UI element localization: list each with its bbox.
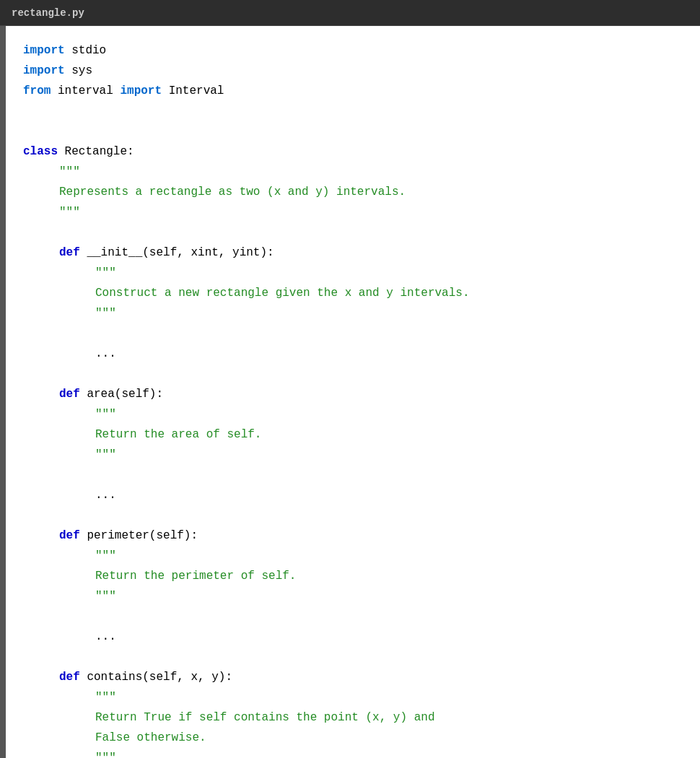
token: Interval [162,81,224,101]
code-line: """ [9,748,700,758]
token: def [59,526,80,546]
token: """ [95,445,116,465]
token: ... [95,627,116,647]
code-line: False otherwise. [9,728,700,748]
code-line: import stdio [9,40,700,61]
token: """ [59,162,80,182]
code-line [9,465,700,485]
code-line: class Rectangle: [9,141,700,162]
code-line: Represents a rectangle as two (x and y) … [9,182,700,202]
token: ... [95,344,116,364]
token: """ [95,748,116,758]
token: Construct a new rectangle given the x an… [95,283,469,303]
token: interval [51,81,120,101]
token: def [59,384,80,404]
token: import [120,81,162,101]
code-line: """ [9,202,700,222]
token: False otherwise. [95,728,206,748]
token: def [59,667,80,687]
token: Return True if self contains the point (… [95,707,434,728]
code-line: Return True if self contains the point (… [9,707,700,728]
code-line: from interval import Interval [9,81,700,101]
token: Represents a rectangle as two (x and y) … [59,182,406,202]
code-line: """ [9,404,700,424]
token: contains(self, x, y): [80,667,232,687]
code-editor: import stdioimport sysfrom interval impo… [0,26,700,758]
token: import [23,40,65,61]
token: perimeter(self): [80,526,198,546]
token: """ [59,202,80,222]
token: def [59,243,80,263]
code-line: import sys [9,61,700,81]
code-line [9,606,700,627]
code-line: """ [9,546,700,566]
token: """ [95,687,116,707]
code-line: """ [9,263,700,283]
code-line [9,101,700,121]
code-line: """ [9,445,700,465]
token: __init__(self, xint, yint): [80,243,274,263]
token: import [23,61,65,81]
token: """ [95,303,116,323]
code-line [9,364,700,384]
token: """ [95,546,116,566]
code-content: import stdioimport sysfrom interval impo… [0,40,700,758]
code-line: """ [9,687,700,707]
token: ... [95,485,116,505]
token: Return the area of self. [95,424,261,445]
token: class [23,141,58,162]
left-gutter [0,26,6,758]
code-line [9,222,700,243]
token: sys [65,61,92,81]
code-line: def __init__(self, xint, yint): [9,243,700,263]
code-line [9,505,700,526]
code-line: Construct a new rectangle given the x an… [9,283,700,303]
code-line: def area(self): [9,384,700,404]
token: stdio [65,40,107,61]
code-line: ... [9,485,700,505]
code-line: def perimeter(self): [9,526,700,546]
token: Rectangle: [58,141,134,162]
code-line: ... [9,627,700,647]
code-line: Return the area of self. [9,424,700,445]
code-line: """ [9,586,700,606]
token: """ [95,586,116,606]
code-line: """ [9,162,700,182]
filename-label: rectangle.py [12,7,84,19]
code-line [9,647,700,667]
code-line: """ [9,303,700,323]
title-bar: rectangle.py [0,0,700,26]
code-line: Return the perimeter of self. [9,566,700,586]
token: """ [95,404,116,424]
code-line [9,121,700,141]
token: from [23,81,51,101]
token: """ [95,263,116,283]
code-line: ... [9,344,700,364]
code-line [9,323,700,344]
code-line: def contains(self, x, y): [9,667,700,687]
token: Return the perimeter of self. [95,566,296,586]
token: area(self): [80,384,163,404]
